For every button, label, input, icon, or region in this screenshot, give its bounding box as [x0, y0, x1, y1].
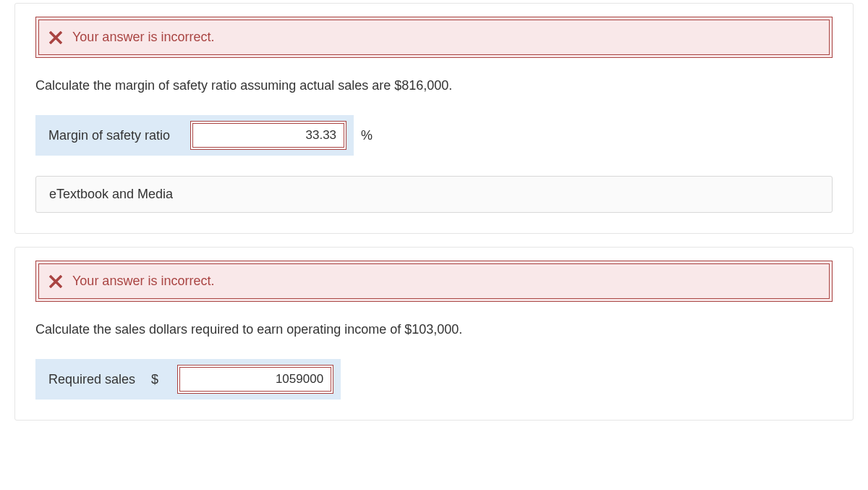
- incorrect-alert-inner: Your answer is incorrect.: [38, 20, 830, 55]
- margin-of-safety-input[interactable]: [192, 123, 344, 148]
- required-sales-input[interactable]: [179, 367, 331, 392]
- incorrect-alert: Your answer is incorrect.: [35, 261, 833, 302]
- input-border: [177, 365, 333, 394]
- question-text: Calculate the margin of safety ratio ass…: [35, 78, 833, 93]
- question-text: Calculate the sales dollars required to …: [35, 322, 833, 337]
- incorrect-alert: Your answer is incorrect.: [35, 17, 833, 58]
- input-wrapper: [177, 359, 341, 400]
- alert-text: Your answer is incorrect.: [72, 274, 214, 289]
- question-card-1: Your answer is incorrect. Calculate the …: [14, 3, 854, 234]
- input-wrapper: [183, 115, 354, 156]
- answer-row: Margin of safety ratio %: [35, 115, 833, 156]
- etextbook-button[interactable]: eTextbook and Media: [35, 176, 833, 213]
- input-border: [190, 121, 346, 150]
- unit-label: %: [354, 115, 380, 156]
- question-card-2: Your answer is incorrect. Calculate the …: [14, 247, 854, 421]
- currency-symbol: $: [135, 372, 164, 387]
- answer-label: Margin of safety ratio: [35, 115, 183, 156]
- x-icon: [49, 275, 62, 288]
- alert-text: Your answer is incorrect.: [72, 30, 214, 45]
- answer-row: Required sales $: [35, 359, 833, 400]
- incorrect-alert-inner: Your answer is incorrect.: [38, 263, 830, 299]
- x-icon: [49, 31, 62, 44]
- answer-label: Required sales $: [35, 359, 177, 400]
- answer-label-text: Required sales: [48, 372, 135, 387]
